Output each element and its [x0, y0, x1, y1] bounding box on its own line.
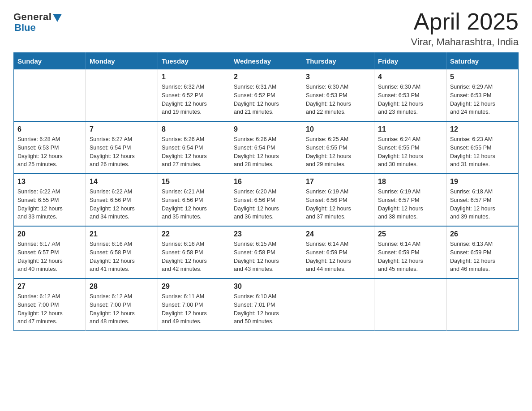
- logo-general-text: General: [13, 11, 51, 23]
- day-number: 6: [17, 125, 82, 133]
- calendar-day-cell: 22Sunrise: 6:16 AM Sunset: 6:58 PM Dayli…: [158, 226, 230, 278]
- day-number: 10: [306, 125, 370, 133]
- calendar-day-cell: 25Sunrise: 6:14 AM Sunset: 6:59 PM Dayli…: [374, 226, 446, 278]
- calendar-day-cell: 6Sunrise: 6:28 AM Sunset: 6:53 PM Daylig…: [14, 121, 86, 174]
- calendar-day-cell: 17Sunrise: 6:19 AM Sunset: 6:56 PM Dayli…: [302, 174, 374, 226]
- calendar-day-cell: 2Sunrise: 6:31 AM Sunset: 6:52 PM Daylig…: [230, 69, 302, 121]
- day-info: Sunrise: 6:26 AM Sunset: 6:54 PM Dayligh…: [162, 135, 226, 169]
- day-number: 12: [450, 125, 515, 133]
- calendar-day-cell: [446, 278, 519, 331]
- day-number: 3: [306, 73, 370, 81]
- day-info: Sunrise: 6:14 AM Sunset: 6:59 PM Dayligh…: [306, 240, 370, 274]
- calendar-day-cell: 8Sunrise: 6:26 AM Sunset: 6:54 PM Daylig…: [158, 121, 230, 174]
- calendar-week-row: 27Sunrise: 6:12 AM Sunset: 7:00 PM Dayli…: [14, 278, 519, 331]
- day-info: Sunrise: 6:32 AM Sunset: 6:52 PM Dayligh…: [162, 83, 226, 116]
- calendar-header: SundayMondayTuesdayWednesdayThursdayFrid…: [14, 53, 519, 70]
- day-of-week-header: Friday: [374, 53, 446, 70]
- day-of-week-header: Wednesday: [230, 53, 302, 70]
- day-info: Sunrise: 6:24 AM Sunset: 6:55 PM Dayligh…: [378, 135, 442, 169]
- title-area: April 2025 Virar, Maharashtra, India: [411, 9, 519, 48]
- page-header: General Blue April 2025 Virar, Maharasht…: [13, 9, 519, 48]
- day-number: 26: [450, 230, 515, 238]
- calendar-day-cell: 4Sunrise: 6:30 AM Sunset: 6:53 PM Daylig…: [374, 69, 446, 121]
- logo: General Blue: [13, 9, 62, 34]
- day-number: 27: [17, 283, 82, 291]
- subtitle: Virar, Maharashtra, India: [411, 36, 519, 48]
- day-number: 5: [450, 73, 515, 81]
- calendar-day-cell: [374, 278, 446, 331]
- calendar-day-cell: 19Sunrise: 6:18 AM Sunset: 6:57 PM Dayli…: [446, 174, 519, 226]
- day-of-week-header: Saturday: [446, 53, 519, 70]
- day-info: Sunrise: 6:17 AM Sunset: 6:57 PM Dayligh…: [17, 240, 82, 274]
- calendar-day-cell: 7Sunrise: 6:27 AM Sunset: 6:54 PM Daylig…: [86, 121, 158, 174]
- day-info: Sunrise: 6:31 AM Sunset: 6:52 PM Dayligh…: [234, 83, 298, 116]
- day-info: Sunrise: 6:20 AM Sunset: 6:56 PM Dayligh…: [234, 188, 298, 221]
- day-info: Sunrise: 6:26 AM Sunset: 6:54 PM Dayligh…: [234, 135, 298, 169]
- calendar-day-cell: 20Sunrise: 6:17 AM Sunset: 6:57 PM Dayli…: [14, 226, 86, 278]
- day-info: Sunrise: 6:27 AM Sunset: 6:54 PM Dayligh…: [90, 135, 154, 169]
- day-of-week-header: Thursday: [302, 53, 374, 70]
- calendar-day-cell: 21Sunrise: 6:16 AM Sunset: 6:58 PM Dayli…: [86, 226, 158, 278]
- calendar-day-cell: 26Sunrise: 6:13 AM Sunset: 6:59 PM Dayli…: [446, 226, 519, 278]
- day-number: 25: [378, 230, 442, 238]
- day-number: 2: [234, 73, 298, 81]
- calendar-day-cell: 1Sunrise: 6:32 AM Sunset: 6:52 PM Daylig…: [158, 69, 230, 121]
- day-info: Sunrise: 6:29 AM Sunset: 6:53 PM Dayligh…: [450, 83, 515, 116]
- calendar-day-cell: 14Sunrise: 6:22 AM Sunset: 6:56 PM Dayli…: [86, 174, 158, 226]
- day-number: 18: [378, 178, 442, 186]
- day-number: 24: [306, 230, 370, 238]
- calendar-day-cell: [302, 278, 374, 331]
- day-info: Sunrise: 6:28 AM Sunset: 6:53 PM Dayligh…: [17, 135, 82, 169]
- day-number: 14: [90, 178, 154, 186]
- day-info: Sunrise: 6:25 AM Sunset: 6:55 PM Dayligh…: [306, 135, 370, 169]
- day-info: Sunrise: 6:19 AM Sunset: 6:57 PM Dayligh…: [378, 188, 442, 221]
- day-number: 4: [378, 73, 442, 81]
- calendar-day-cell: 12Sunrise: 6:23 AM Sunset: 6:55 PM Dayli…: [446, 121, 519, 174]
- day-info: Sunrise: 6:12 AM Sunset: 7:00 PM Dayligh…: [90, 292, 154, 326]
- day-info: Sunrise: 6:11 AM Sunset: 7:00 PM Dayligh…: [162, 292, 226, 326]
- day-number: 17: [306, 178, 370, 186]
- day-number: 19: [450, 178, 515, 186]
- day-info: Sunrise: 6:30 AM Sunset: 6:53 PM Dayligh…: [306, 83, 370, 116]
- calendar-day-cell: 15Sunrise: 6:21 AM Sunset: 6:56 PM Dayli…: [158, 174, 230, 226]
- day-info: Sunrise: 6:30 AM Sunset: 6:53 PM Dayligh…: [378, 83, 442, 116]
- day-number: 9: [234, 125, 298, 133]
- day-number: 1: [162, 73, 226, 81]
- day-number: 30: [234, 283, 298, 291]
- calendar-day-cell: 28Sunrise: 6:12 AM Sunset: 7:00 PM Dayli…: [86, 278, 158, 331]
- day-number: 16: [234, 178, 298, 186]
- day-number: 15: [162, 178, 226, 186]
- day-number: 29: [162, 283, 226, 291]
- calendar-day-cell: 11Sunrise: 6:24 AM Sunset: 6:55 PM Dayli…: [374, 121, 446, 174]
- day-number: 8: [162, 125, 226, 133]
- day-number: 28: [90, 283, 154, 291]
- day-info: Sunrise: 6:18 AM Sunset: 6:57 PM Dayligh…: [450, 188, 515, 221]
- main-title: April 2025: [411, 9, 519, 34]
- calendar-day-cell: 3Sunrise: 6:30 AM Sunset: 6:53 PM Daylig…: [302, 69, 374, 121]
- day-info: Sunrise: 6:19 AM Sunset: 6:56 PM Dayligh…: [306, 188, 370, 221]
- day-info: Sunrise: 6:10 AM Sunset: 7:01 PM Dayligh…: [234, 292, 298, 326]
- calendar-day-cell: 30Sunrise: 6:10 AM Sunset: 7:01 PM Dayli…: [230, 278, 302, 331]
- calendar-body: 1Sunrise: 6:32 AM Sunset: 6:52 PM Daylig…: [14, 69, 519, 331]
- logo-blue-text: Blue: [13, 22, 36, 34]
- calendar-week-row: 13Sunrise: 6:22 AM Sunset: 6:55 PM Dayli…: [14, 174, 519, 226]
- calendar-day-cell: 27Sunrise: 6:12 AM Sunset: 7:00 PM Dayli…: [14, 278, 86, 331]
- day-number: 22: [162, 230, 226, 238]
- day-info: Sunrise: 6:12 AM Sunset: 7:00 PM Dayligh…: [17, 292, 82, 326]
- calendar-week-row: 1Sunrise: 6:32 AM Sunset: 6:52 PM Daylig…: [14, 69, 519, 121]
- calendar-week-row: 6Sunrise: 6:28 AM Sunset: 6:53 PM Daylig…: [14, 121, 519, 174]
- calendar-day-cell: 23Sunrise: 6:15 AM Sunset: 6:58 PM Dayli…: [230, 226, 302, 278]
- calendar-week-row: 20Sunrise: 6:17 AM Sunset: 6:57 PM Dayli…: [14, 226, 519, 278]
- day-of-week-header: Tuesday: [158, 53, 230, 70]
- logo-triangle-icon: [53, 14, 62, 22]
- day-number: 23: [234, 230, 298, 238]
- day-info: Sunrise: 6:14 AM Sunset: 6:59 PM Dayligh…: [378, 240, 442, 274]
- calendar-day-cell: 13Sunrise: 6:22 AM Sunset: 6:55 PM Dayli…: [14, 174, 86, 226]
- calendar-day-cell: 29Sunrise: 6:11 AM Sunset: 7:00 PM Dayli…: [158, 278, 230, 331]
- day-info: Sunrise: 6:23 AM Sunset: 6:55 PM Dayligh…: [450, 135, 515, 169]
- day-number: 21: [90, 230, 154, 238]
- day-number: 20: [17, 230, 82, 238]
- day-number: 13: [17, 178, 82, 186]
- day-info: Sunrise: 6:22 AM Sunset: 6:55 PM Dayligh…: [17, 188, 82, 221]
- day-number: 7: [90, 125, 154, 133]
